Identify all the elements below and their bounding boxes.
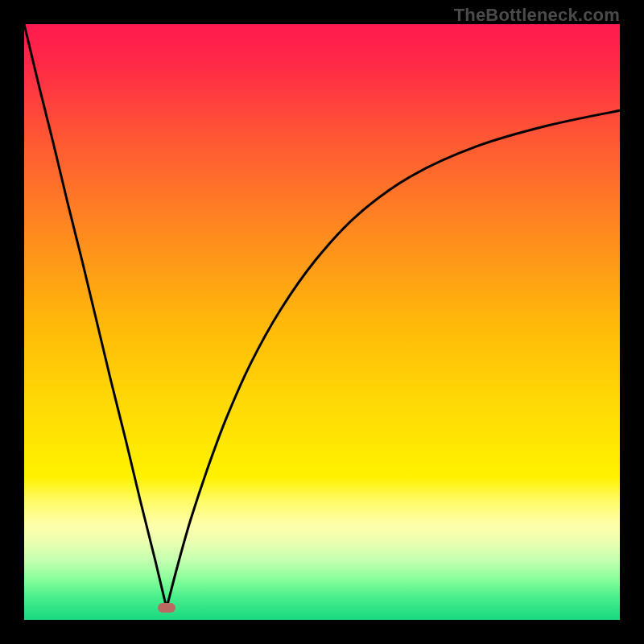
watermark-text: TheBottleneck.com [454,5,620,26]
bottleneck-chart [24,24,620,620]
chart-frame [24,24,620,620]
chart-background [24,24,620,620]
bottleneck-marker [158,603,175,613]
